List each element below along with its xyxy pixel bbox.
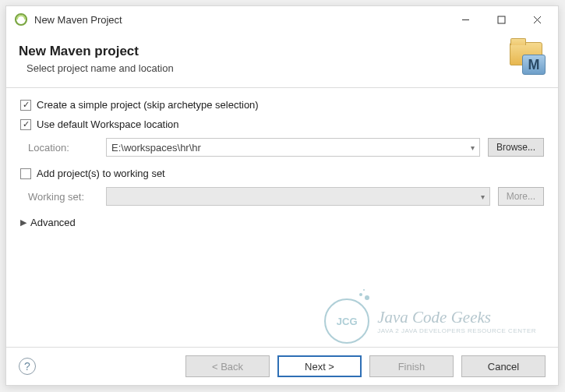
wizard-content: ✓ Create a simple project (skip archetyp… bbox=[6, 88, 558, 347]
cancel-button[interactable]: Cancel bbox=[461, 355, 546, 377]
next-button[interactable]: Next > bbox=[277, 355, 362, 377]
window-title: New Maven Project bbox=[34, 14, 447, 26]
advanced-label: Advanced bbox=[30, 217, 76, 228]
watermark: JCG Java Code Geeks JAVA 2 JAVA DEVELOPE… bbox=[324, 298, 536, 344]
help-icon[interactable]: ? bbox=[19, 358, 36, 375]
watermark-title: Java Code Geeks bbox=[377, 308, 536, 327]
location-value: E:\workspaces\hr\hr bbox=[111, 142, 471, 154]
working-set-input: ▾ bbox=[106, 187, 490, 206]
minimize-button[interactable] bbox=[447, 8, 483, 31]
expand-right-icon: ▶ bbox=[20, 217, 26, 228]
svg-rect-2 bbox=[498, 16, 505, 23]
browse-button[interactable]: Browse... bbox=[488, 138, 544, 157]
page-subtitle: Select project name and location bbox=[19, 62, 505, 74]
working-set-checkbox-row: Add project(s) to working set bbox=[20, 168, 544, 179]
wizard-footer: ? < Back Next > Finish Cancel bbox=[6, 348, 558, 385]
location-row: Location: E:\workspaces\hr\hr ▾ Browse..… bbox=[20, 138, 544, 157]
chevron-down-icon: ▾ bbox=[481, 192, 485, 201]
simple-project-checkbox[interactable]: ✓ bbox=[20, 100, 31, 111]
working-set-checkbox[interactable] bbox=[20, 168, 31, 179]
titlebar: New Maven Project bbox=[6, 6, 558, 33]
simple-project-label: Create a simple project (skip archetype … bbox=[37, 99, 259, 111]
maven-wizard-icon: M bbox=[505, 41, 546, 76]
watermark-subtitle: JAVA 2 JAVA DEVELOPERS RESOURCE CENTER bbox=[377, 327, 536, 334]
more-button: More... bbox=[498, 187, 544, 206]
working-set-checkbox-label: Add project(s) to working set bbox=[37, 168, 165, 179]
eclipse-icon bbox=[14, 12, 28, 26]
dialog-window: New Maven Project New Maven project Sele… bbox=[5, 5, 559, 386]
location-input[interactable]: E:\workspaces\hr\hr ▾ bbox=[106, 138, 480, 157]
chevron-down-icon: ▾ bbox=[471, 143, 475, 152]
page-title: New Maven project bbox=[19, 44, 505, 59]
finish-button: Finish bbox=[369, 355, 454, 377]
default-workspace-label: Use default Workspace location bbox=[37, 118, 179, 130]
jcg-badge-icon: JCG bbox=[324, 298, 369, 344]
header-text: New Maven project Select project name an… bbox=[19, 44, 505, 74]
location-label: Location: bbox=[28, 142, 98, 154]
simple-project-row: ✓ Create a simple project (skip archetyp… bbox=[20, 99, 544, 111]
advanced-toggle[interactable]: ▶ Advanced bbox=[20, 217, 544, 228]
working-set-row: Working set: ▾ More... bbox=[20, 187, 544, 206]
maximize-button[interactable] bbox=[483, 8, 519, 31]
default-workspace-row: ✓ Use default Workspace location bbox=[20, 118, 544, 130]
default-workspace-checkbox[interactable]: ✓ bbox=[20, 119, 31, 130]
close-button[interactable] bbox=[519, 8, 555, 31]
working-set-label: Working set: bbox=[28, 191, 98, 203]
back-button: < Back bbox=[185, 355, 270, 377]
wizard-header: New Maven project Select project name an… bbox=[6, 33, 558, 88]
